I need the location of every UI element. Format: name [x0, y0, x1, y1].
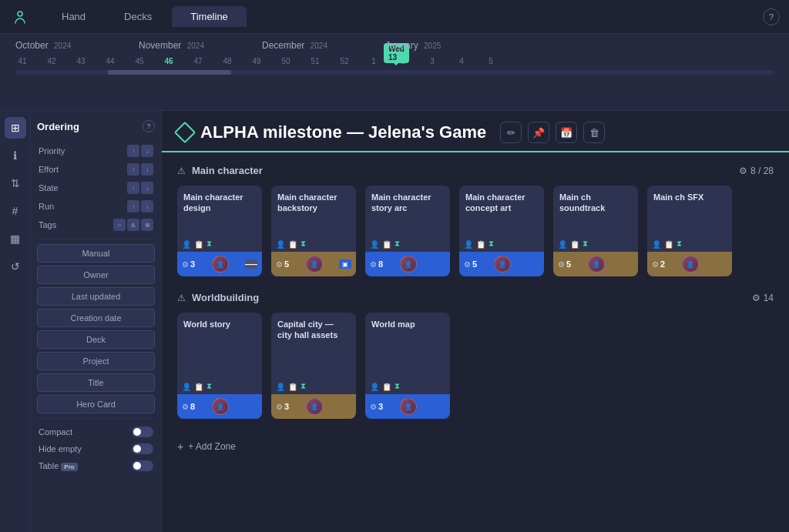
card-avatar-1: 👤	[212, 256, 229, 273]
ordering-row-tags: Tags ○ & ⊕	[37, 216, 155, 234]
card-badge-2: ▣	[339, 259, 351, 269]
ordering-row-priority: Priority ↑ ↓	[37, 142, 155, 160]
ordering-controls-tags: ○ & ⊕	[113, 219, 153, 231]
sidebar-icon-hash[interactable]: #	[5, 200, 26, 222]
gear-icon-1: ⚙	[182, 260, 189, 269]
nav-tabs: Hand Decks Timeline	[43, 6, 757, 27]
toggle-compact[interactable]	[132, 427, 153, 437]
toggle-hide-empty[interactable]	[132, 443, 153, 454]
gear-icon-5: ⚙	[558, 260, 565, 269]
add-zone-label: + Add Zone	[188, 441, 236, 452]
ordering-btn-run-asc[interactable]: ↑	[127, 200, 139, 212]
toggle-label-hide-empty: Hide empty	[39, 444, 82, 453]
timeline-area: October 2024 November 2024 Wed 13 Decemb…	[0, 34, 789, 111]
calendar-button[interactable]: 📅	[556, 122, 577, 143]
card-main-ch-soundtrack[interactable]: Main ch soundtrack 👤 📋 ⧗ ⚙ 5	[553, 186, 638, 276]
toggle-table[interactable]	[132, 460, 153, 471]
zone-gear-icon-main: ⚙	[739, 166, 747, 176]
zone-name-worldbuilding: Worldbuilding	[192, 292, 259, 303]
ordering-panel: Ordering ? Priority ↑ ↓ Effort ↑ ↓ State…	[31, 111, 162, 532]
card-avatar-2: 👤	[306, 256, 323, 273]
delete-button[interactable]: 🗑	[583, 122, 605, 143]
card-capital-city[interactable]: Capital city — city hall assets 👤 📋 ⧗ ⚙ …	[271, 313, 356, 419]
sidebar-icon-chart[interactable]: ▦	[5, 228, 26, 249]
ordering-btn-state-asc[interactable]: ↑	[127, 182, 139, 194]
card-count-5: 5	[566, 259, 571, 269]
card-main-character-design[interactable]: Main character design 👤 📋 ⧗ ⚙ 3	[177, 186, 262, 276]
sidebar-icon-info[interactable]: ℹ	[5, 145, 26, 166]
ordering-btn-title[interactable]: Title	[37, 373, 155, 392]
app-logo	[9, 6, 31, 28]
ordering-btn-last-updated[interactable]: Last updated	[37, 287, 155, 306]
card-avatar-cc: 👤	[306, 398, 323, 415]
card-footer-cc: ⚙ 3 👤	[271, 394, 356, 419]
card-avatar-5: 👤	[588, 256, 605, 273]
gear-count-cc: ⚙ 3	[276, 402, 289, 411]
card-main-ch-sfx[interactable]: Main ch SFX 👤 📋 ⧗ ⚙ 2 👤	[647, 186, 732, 276]
cards-row-worldbuilding: World story 👤 📋 ⧗ ⚙ 8 👤	[177, 313, 774, 419]
gear-count-2: ⚙ 5	[276, 259, 289, 269]
card-main-character-story-arc[interactable]: Main character story arc 👤 📋 ⧗ ⚙ 8	[365, 186, 450, 276]
timeline-month-january: January 2025	[385, 40, 509, 51]
card-world-map[interactable]: World map 👤 📋 ⧗ ⚙ 3 👤	[365, 313, 450, 419]
card-world-story[interactable]: World story 👤 📋 ⧗ ⚙ 8 👤	[177, 313, 262, 419]
tab-decks[interactable]: Decks	[106, 6, 170, 27]
ordering-help[interactable]: ?	[143, 120, 155, 132]
ordering-btn-owner[interactable]: Owner	[37, 266, 155, 284]
card-main-character-concept-art[interactable]: Main character concept art 👤 📋 ⧗ ⚙ 5	[459, 186, 544, 276]
ordering-btn-project[interactable]: Project	[37, 352, 155, 370]
toggle-row-compact: Compact	[37, 423, 155, 440]
sidebar-icon-arrows[interactable]: ⇅	[5, 172, 26, 194]
ordering-btn-state-desc[interactable]: ↓	[141, 182, 153, 194]
main-content: ⊞ ℹ ⇅ # ▦ ↺ Ordering ? Priority ↑ ↓ Effo…	[0, 111, 789, 532]
ordering-row-run: Run ↑ ↓	[37, 197, 155, 216]
card-title-4: Main character concept art	[465, 192, 538, 214]
ordering-btn-run-desc[interactable]: ↓	[141, 200, 153, 212]
timeline-scrollbar[interactable]	[15, 70, 774, 75]
card-main-character-backstory[interactable]: Main character backstory 👤 📋 ⧗ ⚙ 5	[271, 186, 356, 276]
ordering-btn-deck[interactable]: Deck	[37, 330, 155, 349]
zone-main-character: ⚠ Main character ⚙ 8 / 28 Main character…	[177, 165, 774, 276]
ordering-btn-hero-card[interactable]: Hero Card	[37, 395, 155, 413]
card-avatar-ws: 👤	[212, 398, 229, 415]
card-badge-ws	[245, 402, 257, 411]
add-zone-button[interactable]: + + Add Zone	[177, 434, 774, 459]
tab-hand[interactable]: Hand	[43, 6, 104, 27]
gear-icon-ws: ⚙	[182, 403, 189, 411]
timeline-scrollbar-thumb[interactable]	[108, 70, 231, 75]
ordering-btn-effort-desc[interactable]: ↓	[141, 163, 153, 176]
card-badge-6	[715, 259, 727, 269]
toggle-label-compact: Compact	[39, 427, 72, 437]
card-footer-wm: ⚙ 3 👤	[365, 394, 450, 419]
sidebar-icon-ordering[interactable]: ⊞	[5, 117, 26, 139]
gear-count-ws: ⚙ 8	[182, 402, 195, 411]
card-badge-5	[621, 259, 633, 269]
card-title-wm: World map	[371, 319, 444, 330]
card-footer-1: ⚙ 3 👤 —	[177, 252, 262, 276]
ordering-controls-priority: ↑ ↓	[127, 145, 153, 157]
ordering-btn-tags-2[interactable]: &	[127, 219, 139, 231]
ordering-btn-effort-asc[interactable]: ↑	[127, 163, 139, 176]
gear-icon-4: ⚙	[464, 260, 471, 269]
pin-button[interactable]: 📌	[528, 122, 549, 143]
page-header: ALPHA milestone — Jelena's Game ✏ 📌 📅 🗑	[162, 111, 789, 152]
sidebar-icon-history[interactable]: ↺	[5, 256, 26, 277]
ordering-btn-priority-asc[interactable]: ↑	[127, 145, 139, 157]
edit-button[interactable]: ✏	[500, 122, 522, 143]
ordering-btn-creation-date[interactable]: Creation date	[37, 309, 155, 327]
help-button[interactable]: ?	[763, 8, 780, 25]
ordering-btn-priority-desc[interactable]: ↓	[141, 145, 153, 157]
card-title-5: Main ch soundtrack	[559, 192, 632, 214]
ordering-btn-tags-3[interactable]: ⊕	[141, 219, 153, 231]
ordering-btn-manual[interactable]: Manual	[37, 244, 155, 263]
ordering-title: Ordering	[37, 121, 79, 132]
card-title-2: Main character backstory	[277, 192, 350, 214]
card-badge-wm	[433, 402, 445, 411]
tab-timeline[interactable]: Timeline	[172, 6, 247, 27]
gear-count-5: ⚙ 5	[558, 259, 571, 269]
ordering-btn-tags-1[interactable]: ○	[113, 219, 126, 231]
gear-icon-cc: ⚙	[276, 403, 283, 411]
card-count-3: 8	[378, 259, 383, 269]
card-body-5: Main ch soundtrack	[553, 186, 638, 239]
zone-count-wrapper-world: ⚙ 14	[752, 293, 774, 303]
